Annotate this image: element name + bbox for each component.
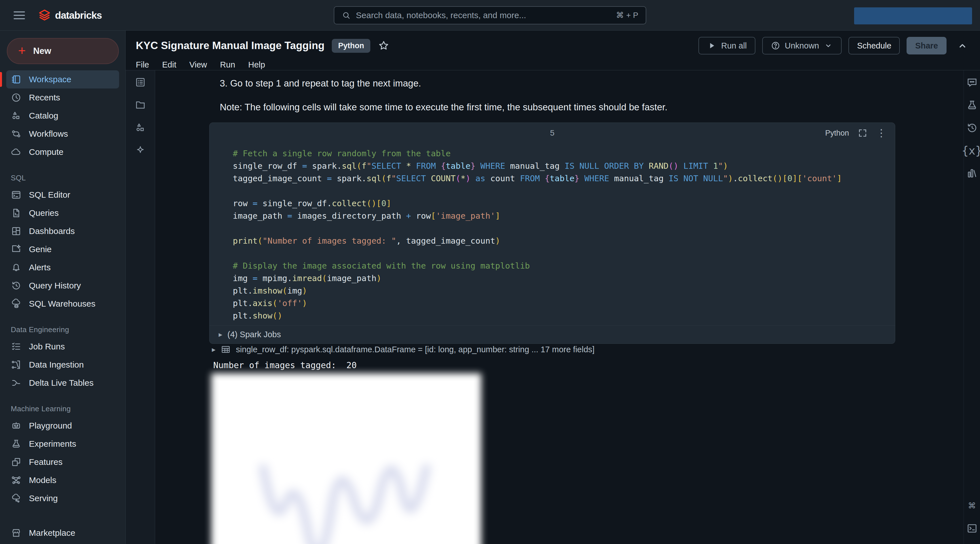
notebook-title: KYC Signature Manual Image Tagging [136,40,325,52]
share-button[interactable]: Share [907,37,947,54]
code-line [233,185,889,197]
search-placeholder: Search data, notebooks, recents, and mor… [356,11,611,20]
code-line: single_row_df = spark.sql(f"SELECT * FRO… [233,160,889,172]
sidebar-item-marketplace[interactable]: Marketplace [6,524,119,542]
job-runs-icon [11,341,22,352]
triangle-right-icon: ▸ [219,330,222,339]
expand-cell-icon[interactable] [858,128,868,138]
comments-icon[interactable] [966,76,978,89]
sidebar-item-catalog[interactable]: Catalog [6,107,119,125]
notebook-right-rail: {x}⌘ [964,70,980,544]
web-terminal-icon[interactable] [966,522,978,534]
code-line: # Display the image associated with the … [233,259,889,272]
databricks-logo[interactable]: databricks [38,9,102,22]
libraries-icon[interactable] [966,167,978,179]
notebook-header: KYC Signature Manual Image Tagging Pytho… [126,31,980,70]
sidebar-item-queries[interactable]: Queries [6,204,119,222]
variables-icon[interactable]: {x} [966,145,978,157]
new-button[interactable]: + New [7,38,119,64]
cluster-selector-button[interactable]: Unknown [762,37,842,54]
notebook-menubar: FileEditViewRunHelp [136,60,969,70]
assistant-sparkle-icon[interactable] [135,145,146,156]
serving-icon [11,493,22,504]
sidebar-item-playground[interactable]: Playground [6,417,119,435]
menu-file[interactable]: File [136,60,149,70]
menu-edit[interactable]: Edit [162,60,177,70]
code-line: row = single_row_df.collect()[0] [233,197,889,210]
markdown-step-text: 3. Go to step 1 and repeat to tag the ne… [220,78,421,89]
code-cell[interactable]: 5 Python ⋮ # Fetch a single row randomly… [209,122,895,344]
sidebar-item-sql-editor[interactable]: SQL Editor [6,186,119,204]
catalog-icon[interactable] [135,122,146,133]
sidebar-item-query-history[interactable]: Query History [6,277,119,295]
code-line: plt.imshow(img) [233,285,889,297]
data-ingestion-icon [11,359,22,370]
marketplace-icon [11,528,22,538]
schedule-button[interactable]: Schedule [848,37,900,54]
signature-squiggle [220,382,472,544]
sidebar-item-models[interactable]: Models [6,471,119,489]
sidebar-item-workspace[interactable]: Workspace [6,70,119,89]
code-line: image_path = images_directory_path + row… [233,210,889,222]
sidebar-item-recents[interactable]: Recents [6,89,119,107]
sidebar-item-label: Workflows [29,129,68,139]
sidebar-item-label: Queries [29,208,59,218]
stdout-text: Number of images tagged: 20 [213,360,357,370]
sidebar-item-delta-live-tables[interactable]: Delta Live Tables [6,374,119,392]
share-label: Share [915,41,938,51]
sidebar-item-genie[interactable]: Genie [6,240,119,258]
sidebar: + New WorkspaceRecentsCatalogWorkflowsCo… [0,31,126,544]
code-line: plt.show() [233,309,889,322]
sidebar-item-label: SQL Editor [29,190,70,200]
experiments-icon [11,439,22,449]
main-area: KYC Signature Manual Image Tagging Pytho… [126,31,980,544]
menu-help[interactable]: Help [248,60,265,70]
sidebar-item-job-runs[interactable]: Job Runs [6,337,119,356]
sidebar-item-label: Dashboards [29,226,75,236]
markdown-note-text: Note: The following cells will take some… [220,102,668,113]
catalog-icon [11,110,22,121]
new-button-label: New [33,46,51,56]
table-of-contents-icon[interactable] [135,76,146,88]
sidebar-item-experiments[interactable]: Experiments [6,435,119,453]
favorite-star-icon[interactable] [378,40,390,52]
folder-icon[interactable] [135,99,146,111]
sidebar-item-label: Compute [29,147,64,157]
experiments-flask-icon[interactable] [966,99,978,111]
spark-jobs-label: (4) Spark Jobs [228,330,281,339]
sidebar-item-data-ingestion[interactable]: Data Ingestion [6,356,119,374]
cell-code-editor[interactable]: # Fetch a single row randomly from the t… [210,143,895,325]
shortcuts-icon[interactable]: ⌘ [966,500,978,512]
sidebar-item-compute[interactable]: Compute [6,143,119,161]
sidebar-item-label: Recents [29,93,60,102]
cell-menu-kebab-icon[interactable]: ⋮ [876,128,886,138]
schedule-label: Schedule [857,41,891,51]
sidebar-nav: WorkspaceRecentsCatalogWorkflowsComputeS… [0,70,125,542]
sidebar-item-label: Catalog [29,111,58,121]
sidebar-item-alerts[interactable]: Alerts [6,258,119,277]
sidebar-item-label: Data Ingestion [29,360,84,369]
run-all-button[interactable]: Run all [698,37,755,54]
sidebar-item-sql-warehouses[interactable]: SQL Warehouses [6,295,119,313]
account-button[interactable] [854,7,972,24]
sidebar-section-label: Data Engineering [11,325,125,334]
global-search-input[interactable]: Search data, notebooks, recents, and mor… [334,6,646,24]
code-line: img = mpimg.imread(image_path) [233,272,889,285]
sidebar-item-features[interactable]: Features [6,453,119,471]
search-icon [342,11,351,20]
notebook-content: 3. Go to step 1 and repeat to tag the ne… [126,70,980,544]
signature-image-output [209,371,484,544]
hamburger-menu-icon[interactable] [14,11,25,19]
menu-view[interactable]: View [189,60,207,70]
sidebar-item-serving[interactable]: Serving [6,489,119,507]
dataframe-result-expander[interactable]: ▸ single_row_df: pyspark.sql.dataframe.D… [212,344,595,355]
menu-run[interactable]: Run [220,60,235,70]
collapse-header-chevron-up-icon[interactable] [956,40,969,52]
table-icon [221,344,231,355]
sidebar-item-workflows[interactable]: Workflows [6,125,119,143]
sidebar-item-dashboards[interactable]: Dashboards [6,222,119,240]
spark-jobs-expander[interactable]: ▸ (4) Spark Jobs [210,325,895,344]
version-history-icon[interactable] [966,122,978,134]
alerts-icon [11,262,22,273]
play-icon [707,41,717,51]
